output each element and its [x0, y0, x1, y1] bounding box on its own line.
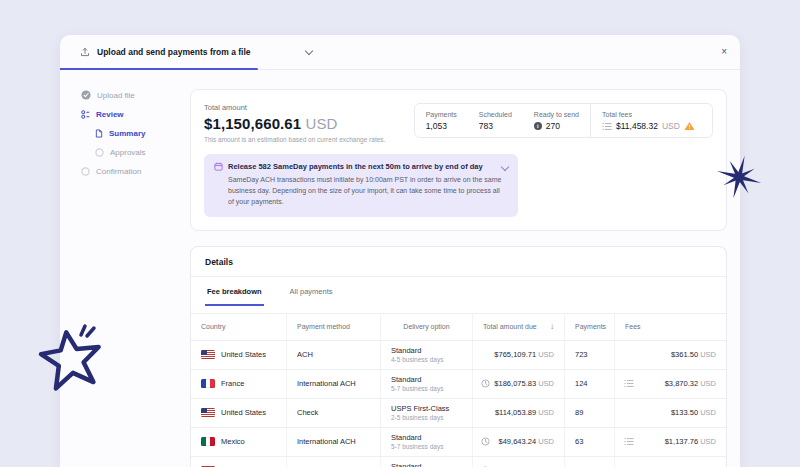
chevron-down-icon[interactable] [304, 47, 312, 55]
main-content: Total amount $1,150,660.61 USD This amou… [190, 70, 740, 467]
stats-box: Payments 1,053 Scheduled 783 Ready to se… [414, 103, 713, 138]
total-amount-due-cell: $35,778.14 USD [473, 457, 565, 467]
delivery-option-cell: Standard4-5 business days [381, 341, 473, 369]
sidebar-step-upload-file[interactable]: Upload file [81, 90, 190, 100]
country-cell: United States [191, 399, 287, 427]
table-header-row: Country Payment method Delivery option T… [191, 314, 726, 341]
fee-list-icon [624, 437, 634, 446]
payment-method-cell: ACH [287, 341, 381, 369]
amount-currency: USD [538, 379, 554, 388]
payment-method-cell: Check [287, 399, 381, 427]
fee-currency: USD [700, 408, 716, 417]
stat-scheduled: Scheduled 783 [468, 104, 523, 137]
table-row: FranceInternational ACHStandard5-7 busin… [191, 370, 726, 399]
checklist-icon [81, 110, 90, 119]
country-name: Mexico [221, 437, 245, 446]
fees-cell: $3,870.32 USD [615, 370, 726, 398]
total-amount-due-cell: $114,053.89 USD [473, 399, 565, 427]
payments-count-cell: 723 [565, 341, 615, 369]
close-icon[interactable]: × [721, 47, 727, 57]
step-label: Upload file [97, 91, 135, 100]
fr-flag-icon [201, 379, 215, 388]
circle-outline-icon [81, 167, 90, 176]
calendar-icon [214, 162, 223, 171]
step-label: Confirmation [96, 167, 141, 176]
tab-all-payments[interactable]: All payments [288, 277, 335, 306]
delivery-option-cell: USPS First-Class2-5 business days [381, 399, 473, 427]
fee-value: $133.50 [671, 408, 700, 417]
step-label: Review [96, 110, 124, 119]
fee-value: $1,137.76 [665, 437, 700, 446]
total-amount-value: $1,150,660.61 USD [204, 115, 385, 132]
amount-value: $49,643.24 [499, 437, 539, 446]
payments-count-cell: 63 [565, 428, 615, 456]
table-body: United StatesACHStandard4-5 business day… [191, 341, 726, 467]
col-country: Country [191, 314, 287, 340]
tab-fee-breakdown[interactable]: Fee breakdown [205, 277, 264, 306]
details-title: Details [191, 247, 726, 277]
warning-triangle-icon [684, 121, 695, 131]
sidebar-step-summary[interactable]: Summary [95, 129, 190, 138]
upload-tray-icon [80, 47, 90, 57]
country-cell: United States [191, 341, 287, 369]
delivery-option: Standard [391, 433, 421, 442]
fees-cell: $361.50 USD [615, 341, 726, 369]
sidebar-step-review[interactable]: Review [81, 110, 190, 119]
fee-value: $361.50 [671, 350, 700, 359]
banner-body: SameDay ACH transactions must initiate b… [228, 174, 504, 208]
upload-payments-modal: Upload and send payments from a file × U… [60, 35, 740, 467]
sameday-release-banner: Release 582 SameDay payments in the next… [204, 154, 518, 217]
mx-flag-icon [201, 437, 215, 446]
amount-value: $114,053.89 [495, 408, 538, 417]
document-icon [95, 129, 103, 138]
stat-total-fees: Total fees $11,458.32 USD [591, 104, 712, 137]
table-row: MexicoInternational ACHStandard5-7 busin… [191, 428, 726, 457]
fees-cell: $1,137.76 USD [615, 428, 726, 456]
amount-value: $186,075.83 [494, 379, 538, 388]
total-amount-block: Total amount $1,150,660.61 USD This amou… [204, 103, 385, 143]
fee-currency: USD [700, 350, 716, 359]
col-payment-method: Payment method [287, 314, 381, 340]
step-label: Summary [109, 129, 145, 138]
sidebar-step-confirmation[interactable]: Confirmation [81, 167, 190, 176]
sidebar-step-approvals[interactable]: Approvals [95, 148, 190, 157]
col-payments: Payments [565, 314, 615, 340]
clock-icon [481, 379, 490, 388]
wizard-steps-sidebar: Upload fileReviewSummaryApprovalsConfirm… [60, 70, 190, 186]
fees-cell: $685.66 USD [615, 457, 726, 467]
clock-icon [481, 437, 490, 446]
delivery-option: USPS First-Class [391, 404, 449, 413]
country-cell: Croatia [191, 457, 287, 467]
table-row: United StatesACHStandard4-5 business day… [191, 341, 726, 370]
total-amount-currency: USD [306, 115, 338, 132]
col-total-amount-due[interactable]: Total amount due ↓ [473, 314, 565, 340]
stat-payments: Payments 1,053 [415, 104, 468, 137]
country-name: France [221, 379, 244, 388]
payments-count-cell: 54 [565, 457, 615, 467]
fees-cell: $133.50 USD [615, 399, 726, 427]
stat-ready-to-send: Ready to send i 270 [523, 104, 590, 137]
fee-list-icon [602, 122, 612, 131]
table-row: CroatiaInternational ACHStandard5-7 busi… [191, 457, 726, 467]
delivery-option: Standard [391, 462, 421, 467]
fee-list-icon [624, 379, 634, 388]
delivery-option: Standard [391, 346, 421, 355]
col-fees: Fees [615, 314, 726, 340]
flow-selector-dropdown[interactable]: Upload and send payments from a file [60, 47, 312, 57]
info-filled-icon: i [534, 122, 542, 130]
total-amount-due-cell: $186,075.83 USD [473, 370, 565, 398]
fee-value: $3,870.32 [665, 379, 700, 388]
check-circle-icon [81, 90, 91, 100]
page: { "colors": { "background": "#e7e9f5", "… [0, 0, 800, 467]
sort-desc-icon[interactable]: ↓ [550, 322, 554, 331]
delivery-option-cell: Standard5-7 business days [381, 428, 473, 456]
payment-method-cell: International ACH [287, 370, 381, 398]
delivery-option-cell: Standard5-7 business days [381, 457, 473, 467]
country-name: United States [221, 408, 266, 417]
flow-title: Upload and send payments from a file [97, 47, 251, 57]
total-amount-due-cell: $49,643.24 USD [473, 428, 565, 456]
delivery-days: 4-5 business days [391, 356, 443, 363]
us-flag-icon [201, 408, 215, 417]
amount-value: $765,109.71 [494, 350, 538, 359]
delivery-days: 5-7 business days [391, 385, 443, 392]
